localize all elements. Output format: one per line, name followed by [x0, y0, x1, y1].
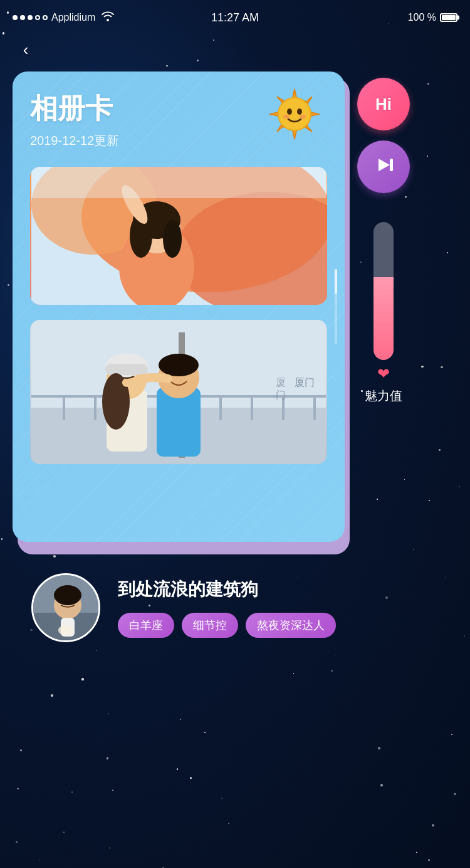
hi-button-label: Hi — [375, 95, 392, 114]
battery-percent: 100 % — [408, 12, 436, 23]
card-scrollbar[interactable] — [335, 269, 337, 344]
play-icon — [372, 154, 395, 181]
status-bar: Applidium 11:27 AM 100 % — [0, 0, 470, 31]
user-section: 到处流浪的建筑狗 白羊座 细节控 熬夜资深达人 — [13, 573, 457, 642]
avatar-image — [33, 575, 98, 640]
meter-track — [373, 222, 394, 360]
svg-point-12 — [300, 115, 306, 119]
main-content: 相册卡 2019-12-12更新 — [0, 71, 470, 642]
username: 到处流浪的建筑狗 — [118, 578, 439, 601]
svg-point-10 — [297, 109, 302, 115]
right-panel: Hi ❤ 魅力值 — [357, 78, 410, 405]
svg-point-11 — [283, 115, 290, 119]
meter-fill — [373, 277, 394, 360]
svg-text:厦: 厦 — [276, 377, 286, 388]
svg-rect-33 — [251, 395, 253, 420]
svg-point-52 — [54, 585, 81, 605]
album-card: 相册卡 2019-12-12更新 — [13, 71, 345, 542]
signal-dot-4 — [35, 15, 40, 20]
avatar[interactable] — [31, 573, 100, 642]
signal-dot-5 — [43, 15, 48, 20]
back-arrow-icon: ‹ — [23, 40, 29, 60]
tag-nightowl[interactable]: 熬夜资深达人 — [246, 613, 336, 638]
svg-marker-47 — [379, 159, 390, 171]
svg-point-9 — [287, 109, 292, 115]
card-scrollbar-thumb — [335, 269, 337, 294]
charm-label: 魅力值 — [365, 388, 402, 405]
carrier-label: Applidium — [51, 12, 95, 23]
play-button[interactable] — [357, 140, 410, 193]
user-tags: 白羊座 细节控 熬夜资深达人 — [118, 613, 439, 638]
svg-point-54 — [58, 625, 73, 635]
svg-rect-28 — [94, 395, 97, 420]
tag-zodiac[interactable]: 白羊座 — [118, 613, 174, 638]
signal-dots — [13, 15, 48, 20]
card-area: 相册卡 2019-12-12更新 — [13, 71, 457, 542]
hi-button[interactable]: Hi — [357, 78, 410, 130]
watermark: 厦门 — [295, 376, 315, 389]
svg-rect-35 — [313, 395, 316, 420]
photo-panel-1 — [30, 167, 327, 305]
back-button[interactable]: ‹ — [10, 34, 41, 65]
status-time: 11:27 AM — [211, 11, 259, 24]
tag-detail[interactable]: 细节控 — [182, 613, 238, 638]
status-right: 100 % — [408, 12, 457, 23]
svg-text:门: 门 — [276, 389, 286, 400]
svg-rect-32 — [219, 395, 222, 420]
svg-rect-27 — [63, 395, 65, 420]
svg-point-21 — [163, 220, 182, 258]
heart-icon: ❤ — [377, 365, 390, 383]
sun-icon — [267, 87, 322, 142]
signal-dot-2 — [20, 15, 25, 20]
svg-point-44 — [159, 354, 199, 376]
status-left: Applidium — [13, 11, 114, 24]
charm-meter: ❤ 魅力值 — [365, 222, 402, 405]
svg-rect-40 — [105, 364, 148, 375]
signal-dot-1 — [13, 15, 18, 20]
photo-panel-2: 厦 门 厦门 — [30, 320, 327, 464]
svg-rect-23 — [31, 167, 326, 198]
signal-dot-3 — [28, 15, 33, 20]
user-info: 到处流浪的建筑狗 白羊座 细节控 熬夜资深达人 — [118, 578, 439, 638]
svg-rect-48 — [390, 159, 393, 171]
svg-point-8 — [278, 98, 311, 130]
battery-icon — [440, 13, 457, 22]
wifi-icon — [102, 11, 114, 24]
